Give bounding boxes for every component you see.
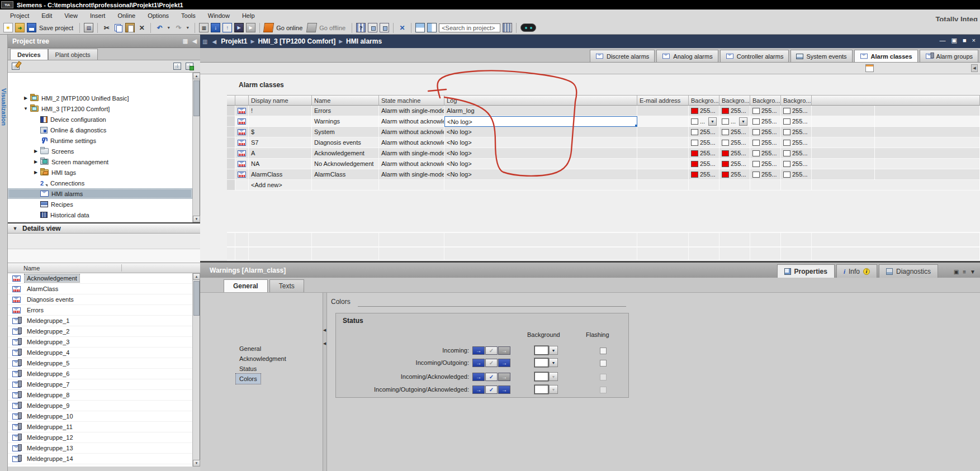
- menu-item-options[interactable]: Options: [142, 11, 174, 20]
- cell-display_name[interactable]: S7: [249, 137, 312, 148]
- cell-c2[interactable]: 255...: [750, 148, 781, 159]
- cell-c2[interactable]: 255...: [750, 159, 781, 169]
- copilot-icon[interactable]: [520, 23, 536, 32]
- list-item-meldegruppe_8[interactable]: Meldegruppe_8: [8, 390, 192, 401]
- cut-icon[interactable]: ✂: [102, 23, 111, 32]
- start-cpu-icon[interactable]: [368, 23, 377, 32]
- cell-email[interactable]: [637, 116, 689, 127]
- save-project-icon[interactable]: [27, 23, 36, 32]
- column-header-c2[interactable]: Backgro...: [750, 95, 781, 106]
- cell-display_name[interactable]: AlarmClass: [249, 169, 312, 180]
- cell-c3[interactable]: 255...: [781, 148, 812, 159]
- details-scrollbar[interactable]: ▲ ▼: [192, 273, 200, 467]
- cell-c2[interactable]: 255...: [750, 116, 781, 127]
- cell-state_machine[interactable]: Alarm with single-mode ...: [379, 106, 444, 116]
- tree-item-historical-data[interactable]: Historical data: [8, 210, 192, 220]
- save-project-button[interactable]: Save project: [39, 25, 73, 31]
- cell-log[interactable]: <No log>: [444, 148, 637, 159]
- color-swatch[interactable]: [691, 108, 698, 114]
- tab-devices[interactable]: Devices: [10, 49, 48, 60]
- menu-item-help[interactable]: Help: [236, 11, 261, 20]
- stop-cpu-icon[interactable]: [380, 23, 389, 32]
- color-swatch[interactable]: [722, 108, 729, 114]
- cell-display_name[interactable]: $: [249, 127, 312, 137]
- scroll-down-icon[interactable]: ▼: [193, 460, 200, 467]
- column-header-log[interactable]: Log: [444, 95, 637, 106]
- column-header-sel[interactable]: [227, 95, 235, 106]
- edit-columns-icon[interactable]: [12, 63, 20, 70]
- cell-c3[interactable]: 255...: [781, 159, 812, 169]
- expander-icon[interactable]: ▶: [32, 159, 39, 164]
- nav-item-colors[interactable]: Colors: [236, 374, 261, 384]
- menu-item-view[interactable]: View: [59, 11, 83, 20]
- paste-icon[interactable]: [125, 23, 135, 32]
- tab-alarm-classes[interactable]: Alarm classes: [854, 50, 918, 62]
- table-settings-icon[interactable]: [865, 64, 874, 72]
- details-view-header[interactable]: ▼ Details view: [8, 222, 200, 234]
- subtab-texts[interactable]: Texts: [269, 279, 304, 292]
- color-swatch[interactable]: [722, 129, 729, 135]
- column-header-display_name[interactable]: Display name: [249, 95, 312, 106]
- tab-analog-alarms[interactable]: Analog alarms: [656, 50, 718, 62]
- color-swatch[interactable]: [783, 161, 790, 167]
- acknowledge-check-button[interactable]: ✓: [485, 359, 498, 367]
- color-swatch[interactable]: [722, 150, 729, 156]
- cell-icon[interactable]: [235, 106, 249, 116]
- color-swatch[interactable]: [752, 161, 760, 167]
- background-dropdown-icon[interactable]: ▼: [549, 358, 558, 367]
- color-swatch[interactable]: [691, 118, 698, 125]
- cell-state_machine[interactable]: Alarm without acknowle...: [379, 116, 444, 127]
- undo-icon[interactable]: ↶: [155, 23, 164, 32]
- cell-display_name[interactable]: [249, 116, 312, 127]
- tree-item-screens[interactable]: ▶Screens: [8, 146, 192, 156]
- cell-c1[interactable]: 255...: [719, 127, 750, 137]
- cell-c3[interactable]: 255...: [781, 106, 812, 116]
- cell-log[interactable]: Alarm_log: [444, 106, 637, 116]
- incoming-arrow-button[interactable]: →: [472, 359, 485, 367]
- restore-icon[interactable]: ▣: [951, 37, 957, 44]
- cell-name[interactable]: Diagnosis events: [312, 137, 379, 148]
- color-swatch[interactable]: [722, 161, 729, 167]
- cell-icon[interactable]: [235, 148, 249, 159]
- acknowledge-check-button[interactable]: ✓: [485, 346, 498, 355]
- split-editor-horizontal-icon[interactable]: [415, 23, 425, 32]
- cell-c3[interactable]: 255...: [781, 127, 812, 137]
- sidebar-tab-visualization[interactable]: Visualization: [1, 88, 7, 126]
- color-swatch[interactable]: [752, 172, 760, 178]
- tree-item-device-configuration[interactable]: Device configuration: [8, 114, 192, 125]
- column-header-c0[interactable]: Backgro...: [689, 95, 719, 106]
- menu-item-project[interactable]: Project: [4, 11, 35, 20]
- tree-item-hmi-alarms[interactable]: HMI alarms: [8, 188, 192, 199]
- log-edit-field[interactable]: <No log>: [444, 116, 637, 127]
- list-item-diagnosis events[interactable]: Diagnosis events: [8, 294, 192, 305]
- cell-c0[interactable]: 255...: [689, 148, 719, 159]
- cell-name[interactable]: No Acknowledgement: [312, 159, 379, 169]
- list-item-meldegruppe_2[interactable]: Meldegruppe_2: [8, 326, 192, 337]
- tree-scrollbar[interactable]: ▲ ▼: [192, 73, 200, 222]
- incoming-arrow-button[interactable]: →: [498, 359, 510, 367]
- cell-email[interactable]: [637, 169, 689, 180]
- nav-item-status[interactable]: Status: [236, 364, 260, 374]
- cell-state_machine[interactable]: Alarm without acknowle...: [379, 127, 444, 137]
- expander-icon[interactable]: ▶: [32, 149, 39, 154]
- column-header-icon[interactable]: [235, 95, 249, 106]
- redo-dropdown-icon[interactable]: ▼: [186, 26, 191, 30]
- flashing-checkbox[interactable]: [600, 360, 607, 367]
- undo-dropdown-icon[interactable]: ▼: [167, 26, 172, 30]
- tree-item-hmi-2-mtp1000-unified-basic-[interactable]: ▶HMI_2 [MTP1000 Unified Basic]: [8, 93, 192, 103]
- cell-c0[interactable]: 255...: [689, 137, 719, 148]
- cell-display_name[interactable]: NA: [249, 159, 312, 169]
- incoming-arrow-button[interactable]: →: [472, 346, 485, 355]
- cell-c2[interactable]: 255...: [750, 169, 781, 180]
- outgoing-arrow-button[interactable]: →: [498, 373, 510, 381]
- redo-icon[interactable]: ↷: [174, 23, 183, 32]
- cell-name[interactable]: System: [312, 127, 379, 137]
- cell-c0[interactable]: 255...: [689, 106, 719, 116]
- splitter-arrow-icon[interactable]: ◀: [323, 328, 327, 332]
- tab-controller-alarms[interactable]: Controller alarms: [720, 50, 789, 62]
- list-item-meldegruppe_7[interactable]: Meldegruppe_7: [8, 379, 192, 390]
- tab-alarm-groups[interactable]: Alarm groups: [920, 50, 978, 62]
- scroll-up-icon[interactable]: ▲: [193, 73, 200, 79]
- download-to-device-icon[interactable]: ↓: [211, 23, 220, 32]
- properties-splitter[interactable]: ◀ ◀: [323, 293, 327, 471]
